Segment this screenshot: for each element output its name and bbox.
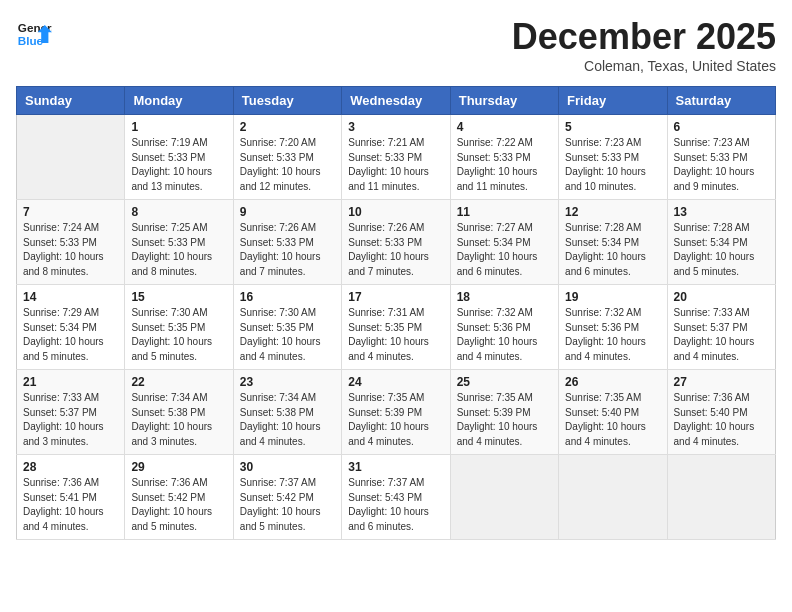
day-number: 19 xyxy=(565,290,660,304)
month-title: December 2025 xyxy=(512,16,776,58)
logo: General Blue xyxy=(16,16,52,52)
day-number: 28 xyxy=(23,460,118,474)
calendar-cell: 19Sunrise: 7:32 AM Sunset: 5:36 PM Dayli… xyxy=(559,285,667,370)
calendar-cell: 26Sunrise: 7:35 AM Sunset: 5:40 PM Dayli… xyxy=(559,370,667,455)
calendar-cell: 23Sunrise: 7:34 AM Sunset: 5:38 PM Dayli… xyxy=(233,370,341,455)
day-number: 29 xyxy=(131,460,226,474)
day-number: 10 xyxy=(348,205,443,219)
day-number: 24 xyxy=(348,375,443,389)
calendar-cell: 18Sunrise: 7:32 AM Sunset: 5:36 PM Dayli… xyxy=(450,285,558,370)
calendar-cell: 8Sunrise: 7:25 AM Sunset: 5:33 PM Daylig… xyxy=(125,200,233,285)
day-info: Sunrise: 7:30 AM Sunset: 5:35 PM Dayligh… xyxy=(240,306,335,364)
day-info: Sunrise: 7:22 AM Sunset: 5:33 PM Dayligh… xyxy=(457,136,552,194)
day-number: 14 xyxy=(23,290,118,304)
calendar-cell: 21Sunrise: 7:33 AM Sunset: 5:37 PM Dayli… xyxy=(17,370,125,455)
day-info: Sunrise: 7:33 AM Sunset: 5:37 PM Dayligh… xyxy=(674,306,769,364)
calendar-cell xyxy=(667,455,775,540)
day-number: 31 xyxy=(348,460,443,474)
day-info: Sunrise: 7:30 AM Sunset: 5:35 PM Dayligh… xyxy=(131,306,226,364)
calendar-cell: 11Sunrise: 7:27 AM Sunset: 5:34 PM Dayli… xyxy=(450,200,558,285)
calendar-cell: 9Sunrise: 7:26 AM Sunset: 5:33 PM Daylig… xyxy=(233,200,341,285)
day-number: 8 xyxy=(131,205,226,219)
calendar-cell: 28Sunrise: 7:36 AM Sunset: 5:41 PM Dayli… xyxy=(17,455,125,540)
day-number: 9 xyxy=(240,205,335,219)
weekday-header-wednesday: Wednesday xyxy=(342,87,450,115)
day-number: 7 xyxy=(23,205,118,219)
week-row-2: 7Sunrise: 7:24 AM Sunset: 5:33 PM Daylig… xyxy=(17,200,776,285)
day-number: 15 xyxy=(131,290,226,304)
day-info: Sunrise: 7:21 AM Sunset: 5:33 PM Dayligh… xyxy=(348,136,443,194)
day-info: Sunrise: 7:27 AM Sunset: 5:34 PM Dayligh… xyxy=(457,221,552,279)
day-info: Sunrise: 7:23 AM Sunset: 5:33 PM Dayligh… xyxy=(565,136,660,194)
day-info: Sunrise: 7:36 AM Sunset: 5:41 PM Dayligh… xyxy=(23,476,118,534)
calendar-cell xyxy=(559,455,667,540)
calendar-cell: 3Sunrise: 7:21 AM Sunset: 5:33 PM Daylig… xyxy=(342,115,450,200)
day-number: 22 xyxy=(131,375,226,389)
week-row-1: 1Sunrise: 7:19 AM Sunset: 5:33 PM Daylig… xyxy=(17,115,776,200)
calendar-cell: 27Sunrise: 7:36 AM Sunset: 5:40 PM Dayli… xyxy=(667,370,775,455)
calendar-cell: 1Sunrise: 7:19 AM Sunset: 5:33 PM Daylig… xyxy=(125,115,233,200)
calendar-cell: 22Sunrise: 7:34 AM Sunset: 5:38 PM Dayli… xyxy=(125,370,233,455)
day-info: Sunrise: 7:29 AM Sunset: 5:34 PM Dayligh… xyxy=(23,306,118,364)
day-number: 13 xyxy=(674,205,769,219)
calendar-cell: 31Sunrise: 7:37 AM Sunset: 5:43 PM Dayli… xyxy=(342,455,450,540)
svg-text:Blue: Blue xyxy=(18,34,44,47)
day-number: 12 xyxy=(565,205,660,219)
calendar-cell: 20Sunrise: 7:33 AM Sunset: 5:37 PM Dayli… xyxy=(667,285,775,370)
day-info: Sunrise: 7:25 AM Sunset: 5:33 PM Dayligh… xyxy=(131,221,226,279)
day-info: Sunrise: 7:36 AM Sunset: 5:40 PM Dayligh… xyxy=(674,391,769,449)
calendar: SundayMondayTuesdayWednesdayThursdayFrid… xyxy=(16,86,776,540)
week-row-5: 28Sunrise: 7:36 AM Sunset: 5:41 PM Dayli… xyxy=(17,455,776,540)
calendar-cell: 30Sunrise: 7:37 AM Sunset: 5:42 PM Dayli… xyxy=(233,455,341,540)
logo-icon: General Blue xyxy=(16,16,52,52)
calendar-cell: 14Sunrise: 7:29 AM Sunset: 5:34 PM Dayli… xyxy=(17,285,125,370)
day-number: 3 xyxy=(348,120,443,134)
day-info: Sunrise: 7:34 AM Sunset: 5:38 PM Dayligh… xyxy=(240,391,335,449)
day-number: 21 xyxy=(23,375,118,389)
calendar-cell: 7Sunrise: 7:24 AM Sunset: 5:33 PM Daylig… xyxy=(17,200,125,285)
calendar-cell: 24Sunrise: 7:35 AM Sunset: 5:39 PM Dayli… xyxy=(342,370,450,455)
week-row-3: 14Sunrise: 7:29 AM Sunset: 5:34 PM Dayli… xyxy=(17,285,776,370)
day-info: Sunrise: 7:37 AM Sunset: 5:43 PM Dayligh… xyxy=(348,476,443,534)
week-row-4: 21Sunrise: 7:33 AM Sunset: 5:37 PM Dayli… xyxy=(17,370,776,455)
calendar-cell: 16Sunrise: 7:30 AM Sunset: 5:35 PM Dayli… xyxy=(233,285,341,370)
weekday-header-monday: Monday xyxy=(125,87,233,115)
day-info: Sunrise: 7:26 AM Sunset: 5:33 PM Dayligh… xyxy=(240,221,335,279)
day-number: 27 xyxy=(674,375,769,389)
calendar-cell: 2Sunrise: 7:20 AM Sunset: 5:33 PM Daylig… xyxy=(233,115,341,200)
day-number: 1 xyxy=(131,120,226,134)
weekday-header-sunday: Sunday xyxy=(17,87,125,115)
calendar-cell: 29Sunrise: 7:36 AM Sunset: 5:42 PM Dayli… xyxy=(125,455,233,540)
calendar-cell: 15Sunrise: 7:30 AM Sunset: 5:35 PM Dayli… xyxy=(125,285,233,370)
day-number: 18 xyxy=(457,290,552,304)
day-info: Sunrise: 7:23 AM Sunset: 5:33 PM Dayligh… xyxy=(674,136,769,194)
day-info: Sunrise: 7:26 AM Sunset: 5:33 PM Dayligh… xyxy=(348,221,443,279)
day-info: Sunrise: 7:28 AM Sunset: 5:34 PM Dayligh… xyxy=(565,221,660,279)
day-info: Sunrise: 7:35 AM Sunset: 5:39 PM Dayligh… xyxy=(348,391,443,449)
calendar-cell: 6Sunrise: 7:23 AM Sunset: 5:33 PM Daylig… xyxy=(667,115,775,200)
calendar-cell: 10Sunrise: 7:26 AM Sunset: 5:33 PM Dayli… xyxy=(342,200,450,285)
calendar-cell: 12Sunrise: 7:28 AM Sunset: 5:34 PM Dayli… xyxy=(559,200,667,285)
calendar-cell: 13Sunrise: 7:28 AM Sunset: 5:34 PM Dayli… xyxy=(667,200,775,285)
calendar-cell xyxy=(17,115,125,200)
weekday-header-saturday: Saturday xyxy=(667,87,775,115)
day-info: Sunrise: 7:36 AM Sunset: 5:42 PM Dayligh… xyxy=(131,476,226,534)
weekday-header-tuesday: Tuesday xyxy=(233,87,341,115)
day-info: Sunrise: 7:32 AM Sunset: 5:36 PM Dayligh… xyxy=(457,306,552,364)
day-number: 17 xyxy=(348,290,443,304)
day-number: 11 xyxy=(457,205,552,219)
calendar-cell: 25Sunrise: 7:35 AM Sunset: 5:39 PM Dayli… xyxy=(450,370,558,455)
day-info: Sunrise: 7:37 AM Sunset: 5:42 PM Dayligh… xyxy=(240,476,335,534)
day-info: Sunrise: 7:34 AM Sunset: 5:38 PM Dayligh… xyxy=(131,391,226,449)
day-number: 20 xyxy=(674,290,769,304)
day-info: Sunrise: 7:31 AM Sunset: 5:35 PM Dayligh… xyxy=(348,306,443,364)
day-info: Sunrise: 7:35 AM Sunset: 5:39 PM Dayligh… xyxy=(457,391,552,449)
day-number: 23 xyxy=(240,375,335,389)
day-number: 16 xyxy=(240,290,335,304)
weekday-header-thursday: Thursday xyxy=(450,87,558,115)
day-info: Sunrise: 7:33 AM Sunset: 5:37 PM Dayligh… xyxy=(23,391,118,449)
calendar-cell: 17Sunrise: 7:31 AM Sunset: 5:35 PM Dayli… xyxy=(342,285,450,370)
day-info: Sunrise: 7:35 AM Sunset: 5:40 PM Dayligh… xyxy=(565,391,660,449)
day-info: Sunrise: 7:24 AM Sunset: 5:33 PM Dayligh… xyxy=(23,221,118,279)
weekday-header-friday: Friday xyxy=(559,87,667,115)
